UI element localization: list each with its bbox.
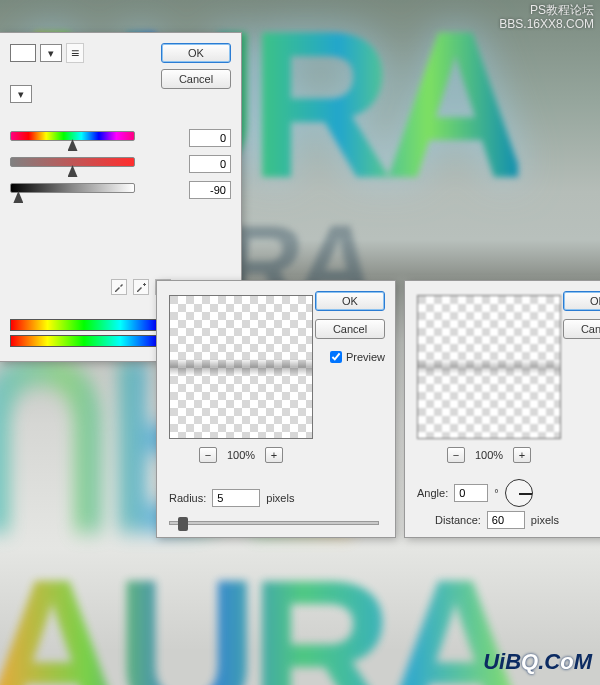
watermark-line1: PS教程论坛 [499,3,594,17]
angle-field[interactable] [454,484,488,502]
lightness-slider[interactable] [10,183,135,193]
distance-unit: pixels [531,514,559,526]
lightness-slider-row [10,183,231,193]
preset-dropdown[interactable]: ▾ [40,44,62,62]
preview-input[interactable] [330,351,342,363]
hue-thumb[interactable] [68,139,78,151]
hue-field[interactable] [189,129,231,147]
cancel-button[interactable]: Cancel [161,69,231,89]
angle-degree: ° [494,487,498,499]
cancel-button[interactable]: Cancel [563,319,600,339]
distance-field[interactable] [487,511,525,529]
radius-unit: pixels [266,492,294,504]
eyedropper-icon[interactable] [111,279,127,295]
watermark-top: PS教程论坛 BBS.16XX8.COM [499,3,594,32]
saturation-field[interactable] [189,155,231,173]
zoom-out-button[interactable]: − [199,447,217,463]
bg-aura-reflection2: AURA [0,535,518,685]
watermark-logo: UiBQ.CoM [483,649,592,675]
hue-slider-row [10,131,231,141]
zoom-in-button[interactable]: + [513,447,531,463]
saturation-slider-row [10,157,231,167]
distance-label: Distance: [435,514,481,526]
saturation-thumb[interactable] [68,165,78,177]
motion-preview[interactable] [417,295,561,439]
preview-checkbox[interactable]: Preview [330,351,385,363]
zoom-in-button[interactable]: + [265,447,283,463]
zoom-level: 100% [475,449,503,461]
angle-needle [519,493,532,495]
hue-slider[interactable] [10,131,135,141]
motion-blur-dialog: OK Cancel P − 100% + Angle: ° Distance: … [404,280,600,538]
ok-button[interactable]: OK [563,291,600,311]
angle-dial[interactable] [505,479,533,507]
radius-label: Radius: [169,492,206,504]
gaussian-blur-dialog: OK Cancel Preview − 100% + Radius: pixel… [156,280,396,538]
menu-icon[interactable]: ≡ [66,43,84,63]
radius-slider[interactable] [169,521,379,525]
cancel-button[interactable]: Cancel [315,319,385,339]
radius-thumb[interactable] [178,517,188,531]
lightness-field[interactable] [189,181,231,199]
lightness-thumb[interactable] [13,191,23,203]
gaussian-preview[interactable] [169,295,313,439]
eyedropper-plus-icon[interactable] [133,279,149,295]
zoom-out-button[interactable]: − [447,447,465,463]
radius-field[interactable] [212,489,260,507]
saturation-slider[interactable] [10,157,135,167]
angle-label: Angle: [417,487,448,499]
zoom-level: 100% [227,449,255,461]
ok-button[interactable]: OK [161,43,231,63]
preview-label: Preview [346,351,385,363]
edit-dropdown[interactable]: ▾ [10,85,32,103]
preset-swatch[interactable] [10,44,36,62]
ok-button[interactable]: OK [315,291,385,311]
watermark-line2: BBS.16XX8.COM [499,17,594,31]
